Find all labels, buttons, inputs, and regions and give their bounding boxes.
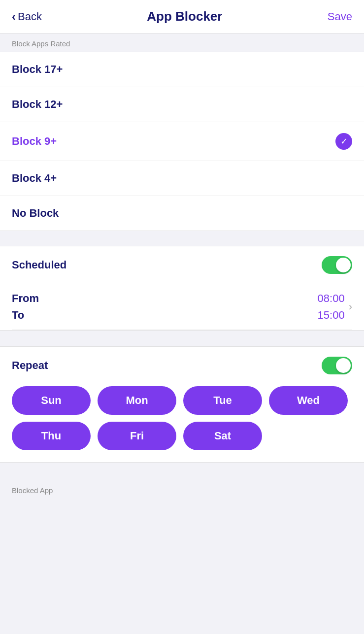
from-to-labels: From To (12, 292, 39, 322)
app-header: ‹ Back App Blocker Save (0, 0, 364, 33)
save-button[interactable]: Save (328, 10, 352, 23)
block9-label: Block 9+ (12, 135, 57, 148)
chevron-right-icon: › (349, 300, 352, 313)
day-sun-button[interactable]: Sun (12, 386, 91, 415)
section-divider-3 (0, 463, 364, 477)
block17-row[interactable]: Block 17+ (0, 52, 364, 87)
block17-label: Block 17+ (12, 63, 63, 76)
to-label: To (12, 309, 39, 322)
day-fri-button[interactable]: Fri (98, 422, 176, 450)
from-time-value: 08:00 (318, 292, 345, 305)
section-divider-2 (0, 331, 364, 345)
scheduled-toggle[interactable] (322, 256, 352, 274)
noblock-label: No Block (12, 207, 59, 220)
day-tue-button[interactable]: Tue (183, 386, 262, 415)
from-label: From (12, 292, 39, 305)
blocked-app-section-label: Blocked App (0, 477, 364, 500)
repeat-section: Repeat Sun Mon Tue Wed Thu Fri Sat (0, 346, 364, 463)
block4-label: Block 4+ (12, 172, 57, 185)
back-label: Back (18, 10, 42, 23)
days-grid: Sun Mon Tue Wed Thu Fri Sat (12, 386, 352, 450)
to-time-value: 15:00 (318, 309, 345, 322)
from-to-right: 08:00 15:00 › (318, 292, 352, 322)
scheduled-section: Scheduled From To 08:00 15:00 › (0, 246, 364, 331)
back-button[interactable]: ‹ Back (12, 10, 42, 24)
day-wed-button[interactable]: Wed (269, 386, 348, 415)
block4-row[interactable]: Block 4+ (0, 161, 364, 196)
from-to-times: 08:00 15:00 (318, 292, 345, 322)
block12-row[interactable]: Block 12+ (0, 87, 364, 122)
repeat-label: Repeat (12, 359, 48, 372)
chevron-left-icon: ‹ (12, 10, 16, 24)
day-mon-button[interactable]: Mon (98, 386, 176, 415)
selected-checkmark-icon: ✓ (335, 133, 352, 150)
day-thu-button[interactable]: Thu (12, 422, 91, 450)
from-to-row[interactable]: From To 08:00 15:00 › (12, 284, 352, 330)
day-sat-button[interactable]: Sat (183, 422, 262, 450)
block9-row[interactable]: Block 9+ ✓ (0, 122, 364, 161)
noblock-row[interactable]: No Block (0, 196, 364, 231)
page-title: App Blocker (147, 9, 222, 24)
repeat-toggle-knob (336, 358, 351, 373)
repeat-toggle[interactable] (322, 357, 352, 374)
scheduled-row: Scheduled (12, 246, 352, 284)
toggle-knob (336, 258, 351, 272)
repeat-row: Repeat (12, 347, 352, 382)
section-divider-1 (0, 231, 364, 246)
scheduled-label: Scheduled (12, 259, 66, 271)
block12-label: Block 12+ (12, 98, 63, 111)
block-rating-group: Block 17+ Block 12+ Block 9+ ✓ Block 4+ … (0, 52, 364, 231)
block-apps-section-label: Block Apps Rated (0, 33, 364, 52)
